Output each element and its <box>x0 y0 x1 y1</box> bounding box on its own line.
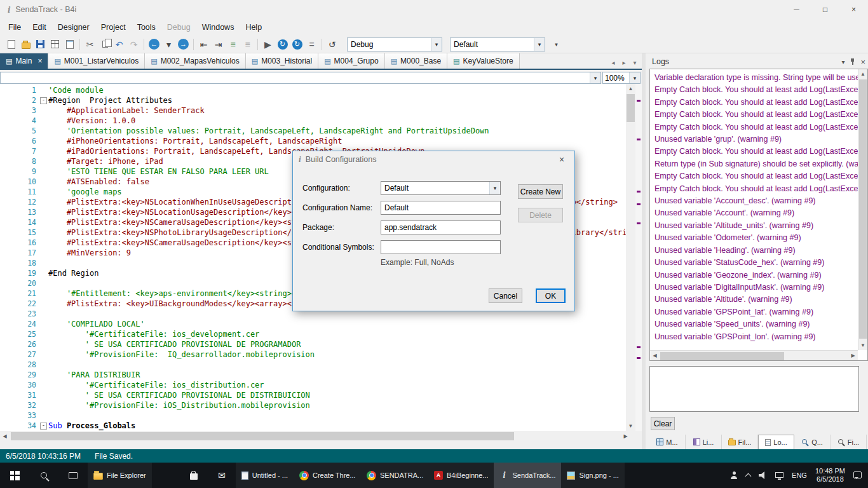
log-entry[interactable]: Unused variable 'GPSPoint_lat'. (warning… <box>654 306 858 318</box>
log-entry[interactable]: Empty Catch block. You should at least a… <box>654 183 858 195</box>
code-line[interactable]: 26 ' SE USA CERTIFICADO PROVISIONAL DE P… <box>0 339 626 349</box>
restart-stop-button[interactable]: ↺ <box>325 37 339 51</box>
cut-button[interactable]: ✂ <box>83 37 97 51</box>
horizontal-scroll-thumb[interactable] <box>11 432 514 440</box>
logs-filter-box[interactable] <box>649 366 859 412</box>
taskbar-app-file-explorer[interactable]: File Explorer <box>88 463 152 488</box>
code-line[interactable]: 4 #Version: 1.0.0 <box>0 116 626 126</box>
tab-scroll-left-icon[interactable]: ◂ <box>609 59 618 66</box>
log-entry[interactable]: Unused variable 'Speed_units'. (warning … <box>654 318 858 330</box>
tray-expand-icon[interactable] <box>745 473 752 480</box>
tray-clock[interactable]: 10:48 PM 6/5/2018 <box>815 467 845 484</box>
task-view-button[interactable] <box>58 463 88 488</box>
run-button[interactable]: ▶ <box>261 37 275 51</box>
open-project-button[interactable] <box>18 37 33 51</box>
log-entry[interactable]: Unused variable 'StatusCode_hex'. (warni… <box>654 257 858 269</box>
outdent-button[interactable]: ⇤ <box>196 37 211 51</box>
horizontal-scroll-thumb[interactable] <box>660 352 784 360</box>
taskbar-app-notepad-untitled[interactable]: Untitled - ... <box>236 463 294 488</box>
log-entry[interactable]: Unused variable 'Account'. (warning #9) <box>654 207 858 219</box>
panel-tab-modules[interactable]: M... <box>649 435 686 449</box>
zoom-combo[interactable]: 100% ▾ <box>602 72 641 84</box>
taskbar-app-p4i-beginners-pdf[interactable]: B4iBeginne... <box>428 463 494 488</box>
tab-close-icon[interactable]: × <box>37 57 42 65</box>
ok-button[interactable]: OK <box>536 288 566 303</box>
chevron-down-icon[interactable]: ▾ <box>534 38 545 51</box>
menu-item-edit[interactable]: Edit <box>27 20 52 34</box>
close-button[interactable]: × <box>839 0 868 19</box>
code-line[interactable]: 27 '#ProvisionFile: IQ_desarrollador.mob… <box>0 349 626 360</box>
undo-button[interactable]: ↶ <box>112 37 126 51</box>
log-entry[interactable]: Unused variable 'GPSPoint_lon'. (warning… <box>654 331 858 343</box>
code-line[interactable]: 31 ' SE USA CERTIFICADO PROVISIONAL DE D… <box>0 390 626 400</box>
code-line[interactable]: 30 '#CertificateFile: ios_distribution.c… <box>0 380 626 390</box>
code-line[interactable]: 5 'Orientation possible values: Portrait… <box>0 126 626 136</box>
configuration-select[interactable]: Default ▾ <box>381 181 501 195</box>
tab-m004_grupo[interactable]: ▤M004_Grupo <box>318 53 384 69</box>
code-line[interactable]: 28 <box>0 360 626 370</box>
taskbar-app-store[interactable] <box>180 463 208 488</box>
vertical-scroll-thumb[interactable] <box>859 79 867 339</box>
conditional-symbols-input[interactable] <box>381 240 501 254</box>
start-button[interactable] <box>0 463 29 488</box>
panel-menu-icon[interactable]: ▾ <box>841 58 844 65</box>
dialog-title-bar[interactable]: i Build Configurations × <box>293 151 574 168</box>
scroll-up-icon[interactable]: ▲ <box>858 69 867 79</box>
compile-2-button[interactable]: ↻ <box>290 37 304 51</box>
code-line[interactable]: 1'Code module <box>0 85 626 95</box>
indent-button[interactable]: ⇥ <box>211 37 226 51</box>
compare-button[interactable]: = <box>304 37 319 51</box>
code-line[interactable]: 34Sub Process_Globals <box>0 421 626 431</box>
menu-item-help[interactable]: Help <box>240 20 268 34</box>
maximize-button[interactable]: □ <box>811 0 839 19</box>
menu-item-designer[interactable]: Designer <box>52 20 95 34</box>
log-entry[interactable]: Unused variable 'Geozone_index'. (warnin… <box>654 269 858 281</box>
delete-button[interactable]: Delete <box>518 208 563 222</box>
designer-button[interactable] <box>48 37 62 51</box>
code-line[interactable]: 32 '#ProvisionFile: iOS_Distribution.mob… <box>0 400 626 410</box>
log-entry[interactable]: Empty Catch block. You should at least a… <box>654 109 858 121</box>
code-line[interactable]: 24 'COMPILADO LOCAL' <box>0 319 626 329</box>
log-entry[interactable]: Unused variable 'DigitalInputMask'. (war… <box>654 281 858 294</box>
tab-m000_base[interactable]: ▤M000_Base <box>385 53 447 69</box>
navigate-back-button[interactable]: ← <box>147 37 161 51</box>
panel-tab-libraries[interactable]: Li... <box>686 435 722 449</box>
toolbar-overflow-button[interactable]: ▾ <box>549 37 564 51</box>
taskbar-app-edge[interactable] <box>152 463 180 488</box>
tab-keyvaluestore[interactable]: ▤KeyValueStore <box>447 53 520 69</box>
scroll-up-icon[interactable]: ▲ <box>626 84 635 93</box>
menu-item-project[interactable]: Project <box>95 20 132 34</box>
create-new-button[interactable]: Create New <box>518 184 563 199</box>
package-input[interactable] <box>381 220 501 234</box>
clear-logs-button[interactable]: Clear <box>651 417 675 430</box>
log-entry[interactable]: Empty Catch block. You should at least a… <box>654 146 858 158</box>
code-line[interactable]: 6 #iPhoneOrientations: Portrait, Landsca… <box>0 136 626 146</box>
volume-icon[interactable] <box>759 471 767 479</box>
vertical-scroll-thumb[interactable] <box>627 94 635 122</box>
tab-m003_historial[interactable]: ▤M003_Historial <box>246 53 318 69</box>
dialog-close-icon[interactable]: × <box>549 151 574 168</box>
action-center-icon[interactable] <box>853 471 862 478</box>
editor-horizontal-scrollbar[interactable]: ◀ ▶ <box>0 431 630 442</box>
redo-button[interactable]: ↷ <box>126 37 141 51</box>
scroll-left-icon[interactable]: ◀ <box>0 431 10 441</box>
minimize-button[interactable]: ─ <box>782 0 811 19</box>
configuration-name-input[interactable] <box>381 201 501 215</box>
language-indicator[interactable]: ENG <box>792 471 807 479</box>
cancel-button[interactable]: Cancel <box>489 288 522 303</box>
menu-item-file[interactable]: File <box>3 20 27 34</box>
scroll-right-icon[interactable]: ▶ <box>621 431 630 441</box>
log-entry[interactable]: Variable declaration type is missing. St… <box>654 72 858 84</box>
taskbar-search-button[interactable] <box>29 463 58 488</box>
panel-tab-files[interactable]: Fil... <box>722 435 758 449</box>
log-entry[interactable]: Unused variable 'Altitude'. (warning #9) <box>654 294 858 306</box>
scroll-down-icon[interactable]: ▼ <box>858 341 867 350</box>
chevron-down-icon[interactable]: ▾ <box>431 38 442 51</box>
menu-item-windows[interactable]: Windows <box>196 20 240 34</box>
navigate-back-menu-button[interactable]: ▾ <box>161 37 176 51</box>
fold-marker-icon[interactable] <box>39 95 48 105</box>
log-entry[interactable]: Empty Catch block. You should at least a… <box>654 97 858 109</box>
sub-navigator-combo[interactable]: ▾ <box>0 72 601 84</box>
tab-main[interactable]: ▤Main× <box>0 53 48 69</box>
taskbar-app-b4i-sendatrack[interactable]: SendaTrack... <box>494 463 561 488</box>
